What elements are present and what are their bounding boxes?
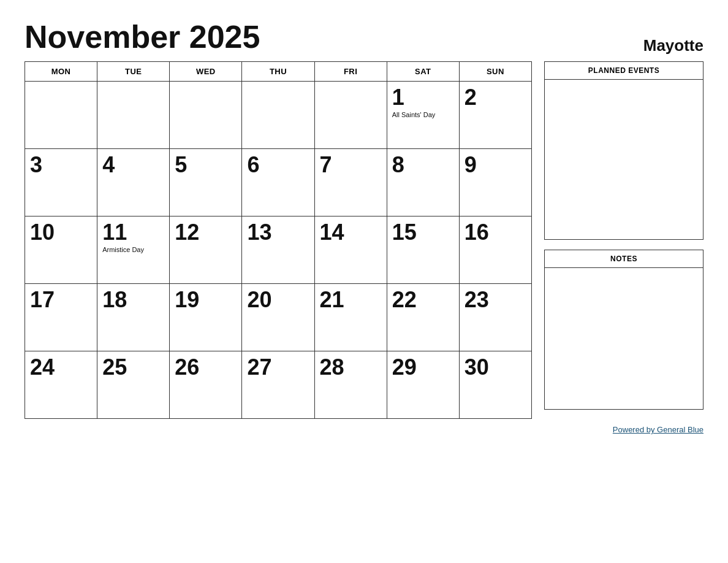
calendar-cell: 30 (459, 351, 531, 419)
calendar-cell: 23 (459, 284, 531, 351)
calendar-week-row: 17181920212223 (25, 284, 532, 351)
day-number: 20 (247, 288, 309, 312)
calendar-header-row: MONTUEWEDTHUFRISATSUN (25, 62, 532, 82)
day-number: 1 (392, 85, 454, 110)
calendar-cell: 11Armistice Day (97, 216, 170, 284)
calendar-cell: 9 (459, 149, 531, 216)
day-number: 2 (464, 85, 526, 110)
calendar-section: MONTUEWEDTHUFRISATSUN 1All Saints' Day23… (25, 61, 532, 419)
main-layout: MONTUEWEDTHUFRISATSUN 1All Saints' Day23… (25, 61, 703, 419)
calendar-cell (25, 82, 97, 149)
calendar-cell: 15 (387, 216, 459, 284)
day-number: 24 (30, 355, 92, 380)
calendar-cell: 12 (170, 216, 242, 284)
day-number: 19 (175, 288, 237, 312)
day-of-week-header: MON (25, 62, 97, 82)
day-number: 14 (320, 220, 382, 245)
day-number: 28 (320, 355, 382, 380)
calendar-cell: 29 (387, 351, 459, 419)
day-number: 7 (320, 153, 382, 177)
day-number: 30 (464, 355, 526, 380)
calendar-cell: 6 (242, 149, 314, 216)
calendar-cell (170, 82, 242, 149)
day-number: 6 (247, 153, 309, 177)
day-number: 29 (392, 355, 454, 380)
calendar-cell: 8 (387, 149, 459, 216)
region-title: Mayotte (643, 36, 703, 55)
calendar-cell: 19 (170, 284, 242, 351)
day-number: 26 (175, 355, 237, 380)
day-number: 16 (464, 220, 526, 245)
month-title: November 2025 (25, 18, 260, 55)
day-number: 3 (30, 153, 92, 177)
day-of-week-header: FRI (314, 62, 387, 82)
calendar-cell (97, 82, 170, 149)
day-of-week-header: SUN (459, 62, 531, 82)
calendar-cell (314, 82, 387, 149)
day-number: 23 (464, 288, 526, 312)
calendar-cell: 17 (25, 284, 97, 351)
calendar-cell: 20 (242, 284, 314, 351)
day-number: 4 (102, 153, 164, 177)
planned-events-header: PLANNED EVENTS (545, 62, 703, 80)
day-number: 12 (175, 220, 237, 245)
day-number: 9 (464, 153, 526, 177)
day-of-week-header: WED (170, 62, 242, 82)
day-number: 27 (247, 355, 309, 380)
day-number: 13 (247, 220, 309, 245)
day-of-week-header: TUE (97, 62, 170, 82)
planned-events-box: PLANNED EVENTS (544, 61, 703, 240)
calendar-cell: 18 (97, 284, 170, 351)
calendar-cell: 10 (25, 216, 97, 284)
notes-header: NOTES (545, 250, 703, 268)
calendar-cell: 27 (242, 351, 314, 419)
calendar-cell: 16 (459, 216, 531, 284)
calendar-cell: 22 (387, 284, 459, 351)
calendar-cell (242, 82, 314, 149)
day-of-week-header: SAT (387, 62, 459, 82)
calendar-cell: 24 (25, 351, 97, 419)
calendar-week-row: 1011Armistice Day1213141516 (25, 216, 532, 284)
calendar-cell: 25 (97, 351, 170, 419)
day-number: 17 (30, 288, 92, 312)
calendar-cell: 26 (170, 351, 242, 419)
day-number: 5 (175, 153, 237, 177)
notes-box: NOTES (544, 250, 703, 410)
day-event: Armistice Day (102, 246, 164, 253)
calendar-week-row: 3456789 (25, 149, 532, 216)
calendar-cell: 21 (314, 284, 387, 351)
calendar-table: MONTUEWEDTHUFRISATSUN 1All Saints' Day23… (25, 61, 532, 419)
calendar-cell: 28 (314, 351, 387, 419)
calendar-cell: 13 (242, 216, 314, 284)
day-number: 10 (30, 220, 92, 245)
day-number: 8 (392, 153, 454, 177)
calendar-cell: 3 (25, 149, 97, 216)
calendar-cell: 1All Saints' Day (387, 82, 459, 149)
day-number: 11 (102, 220, 164, 245)
page-header: November 2025 Mayotte (25, 18, 703, 55)
powered-by-section: Powered by General Blue (25, 425, 703, 434)
calendar-cell: 2 (459, 82, 531, 149)
day-number: 21 (320, 288, 382, 312)
calendar-week-row: 1All Saints' Day2 (25, 82, 532, 149)
calendar-cell: 4 (97, 149, 170, 216)
calendar-week-row: 24252627282930 (25, 351, 532, 419)
day-event: All Saints' Day (392, 111, 454, 118)
day-number: 18 (102, 288, 164, 312)
planned-events-content (545, 80, 703, 239)
notes-content (545, 268, 703, 409)
calendar-cell: 14 (314, 216, 387, 284)
day-number: 15 (392, 220, 454, 245)
day-number: 25 (102, 355, 164, 380)
day-of-week-header: THU (242, 62, 314, 82)
sidebar: PLANNED EVENTS NOTES (544, 61, 703, 410)
calendar-cell: 5 (170, 149, 242, 216)
powered-by-link[interactable]: Powered by General Blue (613, 425, 703, 434)
calendar-cell: 7 (314, 149, 387, 216)
day-number: 22 (392, 288, 454, 312)
